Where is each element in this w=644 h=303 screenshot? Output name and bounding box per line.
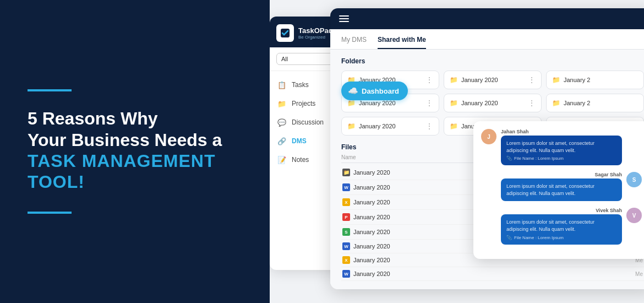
file-name: January 2020 [353,257,390,263]
heading: 5 Reasons Why Your Business Needs a TASK… [28,108,242,193]
tab-my-dms[interactable]: My DMS [341,36,367,49]
folder-name: January 2 [564,77,590,83]
main-topbar [330,8,644,29]
folder-icon: 📁 [450,122,458,130]
file-name: January 2020 [353,270,390,277]
folders-label: Folders [341,57,644,65]
projects-icon: 📁 [277,99,286,108]
file-type-folder-icon: 📁 [342,169,350,176]
chat-text-3: Lorem ipsum dolor sit amet, consectetur … [506,219,616,232]
chat-msg-row-right: S Sagar Shah Lorem ipsum dolor sit amet,… [481,172,642,201]
folder-name: January 2020 [359,100,396,106]
chat-message-1: J Jahan Shah Lorem ipsum dolor sit amet,… [481,129,642,165]
folder-item[interactable]: 📁 January 2020 ⋮ [341,117,439,136]
folder-item[interactable]: 📁 January 2020 ⋮ [444,94,542,112]
folder-item[interactable]: 📁 January 2 [546,94,644,112]
discussion-icon: 💬 [277,118,286,127]
chat-text-1: Lorem ipsum dolor sit amet, consectetur … [506,140,616,154]
file-name: January 2020 [353,199,390,205]
folder-icon: 📁 [347,122,356,130]
folder-menu[interactable]: ⋮ [425,122,433,131]
divider-bottom [28,212,72,214]
logo-name: TaskOPad [298,26,333,35]
file-name: January 2020 [353,184,390,191]
file-type-pdf-icon: P [342,213,350,221]
sidebar-logo-text: TaskOPad Be Organized [298,26,333,40]
tab-shared-with-me[interactable]: Shared with Me [378,36,426,49]
dashboard-button[interactable]: ☁️ Dashboard [341,82,408,100]
file-type-word3-icon: W [342,270,350,278]
dashboard-label: Dashboard [362,87,399,95]
folder-menu[interactable]: ⋮ [528,99,536,107]
right-section: TaskOPad Be Organized All 📋 Tasks 📁 Proj… [270,0,644,303]
chat-bubble-1: Lorem ipsum dolor sit amet, consectetur … [501,136,622,165]
folder-name: January 2020 [461,100,498,106]
chat-bubble-3: Lorem ipsum dolor sit amet, consectetur … [501,214,622,244]
sidebar-item-projects-label: Projects [292,100,315,107]
avatar-vivek: V [626,208,642,223]
folder-item[interactable]: 📁 January 2020 ⋮ [444,71,542,89]
heading-line1: 5 Reasons Why [28,109,158,128]
heading-line2: Your Business Needs a [28,130,222,150]
dashboard-icon: ☁️ [348,86,358,96]
file-name: January 2020 [353,169,390,176]
folder-icon: 📁 [552,99,560,107]
folder-name: January 2020 [461,77,498,83]
folder-icon: 📁 [552,76,560,84]
folder-name: January 2020 [359,123,396,129]
dms-icon: 🔗 [277,137,286,145]
folder-icon: 📁 [450,99,458,107]
chat-message-3: V Vivek Shah Lorem ipsum dolor sit amet,… [481,208,642,244]
sidebar-item-discussion-label: Discussion [292,118,324,126]
file-name: January 2020 [353,214,390,220]
chat-message-2: S Sagar Shah Lorem ipsum dolor sit amet,… [481,172,642,201]
chat-file-1: 📎 File Name : Lorem Ipsum [506,156,616,161]
heading-accent: TASK MANAGEMENT TOOL! [28,151,216,192]
file-name: January 2020 [353,243,390,250]
chat-user-jahan: Jahan Shah [501,129,622,134]
chat-text-2: Lorem ipsum dolor sit amet, consectetur … [506,183,616,197]
divider-top [28,89,72,91]
folder-name: January 2 [564,100,590,106]
avatar-jahan: J [481,129,496,144]
avatar-sagar: S [626,172,642,187]
chat-file-3: 📎 File Name : Lorem Ipsum [506,235,616,240]
chat-bubble-2: Lorem ipsum dolor sit amet, consectetur … [501,178,622,201]
folder-menu[interactable]: ⋮ [528,75,536,84]
chat-user-vivek: Vivek Shah [501,208,622,213]
logo-sub: Be Organized [298,35,333,40]
logo-icon [276,24,294,42]
file-name: January 2020 [353,229,390,235]
file-row[interactable]: W January 2020 Me [341,267,644,281]
folder-icon: 📁 [450,76,458,84]
tabs-bar: My DMS Shared with Me [330,29,644,50]
tasks-icon: 📋 [277,80,286,89]
file-type-word-icon: W [342,183,350,191]
folder-menu[interactable]: ⋮ [425,99,433,107]
folder-icon: 📁 [347,99,356,107]
sidebar-item-notes-label: Notes [292,156,309,164]
chat-msg-row-right-2: V Vivek Shah Lorem ipsum dolor sit amet,… [481,208,642,244]
chat-msg-row-left: J Jahan Shah Lorem ipsum dolor sit amet,… [481,129,642,165]
notes-icon: 📝 [277,155,286,164]
left-section: 5 Reasons Why Your Business Needs a TASK… [0,0,270,303]
file-type-sheet3-icon: X [342,256,350,264]
file-type-sheet-icon: X [342,198,350,206]
folder-item[interactable]: 📁 January 2 [546,71,644,89]
sidebar-item-tasks-label: Tasks [292,81,309,89]
file-type-word2-icon: W [342,242,350,250]
folder-menu[interactable]: ⋮ [425,75,433,84]
chat-user-sagar: Sagar Shah [501,172,622,177]
sidebar-item-dms-label: DMS [292,137,307,145]
hamburger-menu[interactable] [339,15,349,22]
file-meta: Me [635,271,643,277]
file-type-sheets2-icon: S [342,228,350,236]
chat-card: J Jahan Shah Lorem ipsum dolor sit amet,… [473,121,644,259]
